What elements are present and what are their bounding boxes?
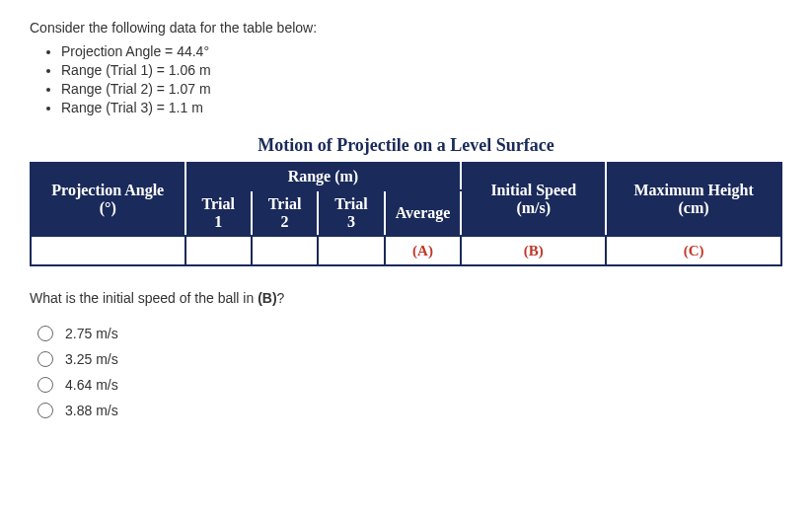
option-label: 2.75 m/s — [65, 326, 118, 341]
header-trial3: Trial 3 — [318, 190, 384, 236]
question-bold: (B) — [258, 290, 276, 306]
given-item: Range (Trial 3) = 1.1 m — [61, 100, 782, 115]
cell-trial1 — [185, 236, 252, 265]
radio-icon — [37, 377, 53, 393]
radio-icon — [37, 326, 53, 341]
cell-projection — [31, 236, 185, 265]
data-table: Projection Angle (°) Range (m) Initial S… — [30, 162, 782, 266]
options-group: 2.75 m/s 3.25 m/s 4.64 m/s 3.88 m/s — [30, 326, 782, 418]
cell-trial3 — [318, 236, 384, 265]
option-1[interactable]: 2.75 m/s — [37, 326, 782, 341]
header-range-group: Range (m) — [185, 163, 462, 190]
given-data-list: Projection Angle = 44.4° Range (Trial 1)… — [30, 43, 782, 115]
radio-icon — [37, 403, 53, 418]
radio-icon — [37, 351, 53, 367]
cell-initial-speed: (B) — [461, 236, 606, 265]
table-title: Motion of Projectile on a Level Surface — [30, 135, 782, 156]
given-item: Range (Trial 1) = 1.06 m — [61, 62, 782, 78]
option-3[interactable]: 4.64 m/s — [37, 377, 782, 393]
header-average: Average — [385, 190, 462, 236]
header-max-height: Maximum Height (cm) — [606, 163, 781, 236]
intro-text: Consider the following data for the tabl… — [30, 20, 782, 36]
question-prefix: What is the initial speed of the ball in — [30, 290, 258, 306]
header-trial1: Trial 1 — [185, 190, 252, 236]
option-label: 3.88 m/s — [65, 403, 118, 418]
header-trial2: Trial 2 — [252, 190, 318, 236]
option-label: 4.64 m/s — [65, 377, 118, 393]
question-text: What is the initial speed of the ball in… — [30, 290, 782, 306]
given-item: Projection Angle = 44.4° — [61, 43, 782, 59]
header-initial-speed: Initial Speed (m/s) — [461, 163, 606, 236]
header-projection: Projection Angle (°) — [31, 163, 185, 236]
option-4[interactable]: 3.88 m/s — [37, 403, 782, 418]
option-2[interactable]: 3.25 m/s — [37, 351, 782, 367]
option-label: 3.25 m/s — [65, 351, 118, 367]
cell-average: (A) — [385, 236, 462, 265]
question-suffix: ? — [277, 290, 285, 306]
cell-max-height: (C) — [606, 236, 781, 265]
given-item: Range (Trial 2) = 1.07 m — [61, 81, 782, 97]
cell-trial2 — [252, 236, 318, 265]
